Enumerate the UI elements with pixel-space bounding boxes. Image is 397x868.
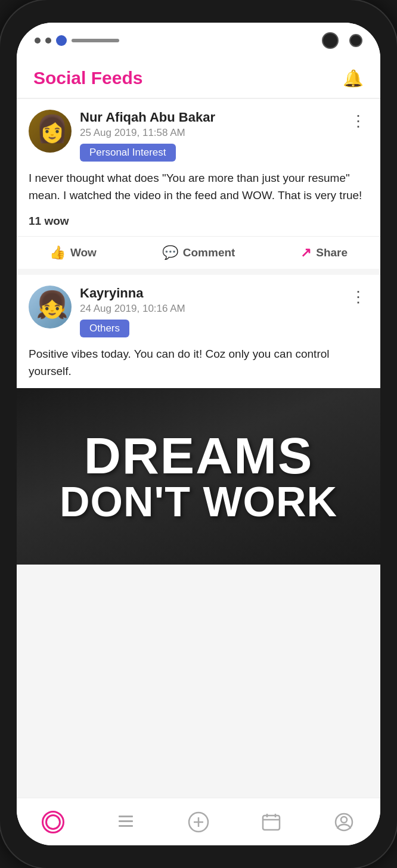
bottom-nav [17,798,380,845]
feed-content[interactable]: Nur Afiqah Abu Bakar 25 Aug 2019, 11:58 … [17,99,380,798]
add-icon [188,811,209,833]
wow-icon: 👍 [49,245,66,261]
phone-frame: Social Feeds 🔔 Nur Afiqah Abu Bakar 25 A… [0,0,397,868]
status-bar [17,23,380,58]
signal-dot-2 [45,38,51,44]
share-button[interactable]: ↗ Share [300,245,348,261]
post-image: DREAMS DON'T WORK [17,388,380,565]
post-info-2: Kayryinna 24 Aug 2019, 10:16 AM Others [80,286,340,337]
app-header: Social Feeds 🔔 [17,58,380,98]
phone-screen: Social Feeds 🔔 Nur Afiqah Abu Bakar 25 A… [17,23,380,845]
post-body-2: Positive vibes today. You can do it! Coz… [17,343,380,388]
share-label: Share [316,246,348,259]
post-date: 25 Aug 2019, 11:58 AM [80,127,340,139]
post-actions: 👍 Wow 💬 Comment ↗ Share [17,236,380,269]
nav-calendar[interactable] [253,804,289,840]
profile-icon [334,812,354,832]
list-icon [116,813,135,832]
post-date-2: 24 Aug 2019, 10:16 AM [80,303,340,315]
post-card: Nur Afiqah Abu Bakar 25 Aug 2019, 11:58 … [17,99,380,269]
signal-dot-blue [56,35,67,46]
post-menu-button[interactable]: ⋮ [348,110,368,133]
post-card-2: Kayryinna 24 Aug 2019, 10:16 AM Others ⋮… [17,275,380,565]
post-header: Nur Afiqah Abu Bakar 25 Aug 2019, 11:58 … [17,99,380,168]
comment-button[interactable]: 💬 Comment [162,245,235,261]
nav-list[interactable] [108,804,144,840]
post-body: I never thought what does "You are more … [17,168,380,212]
post-author-2: Kayryinna [80,286,340,301]
wow-button[interactable]: 👍 Wow [49,245,97,261]
comment-label: Comment [183,246,235,259]
nav-profile[interactable] [326,804,362,840]
svg-rect-2 [119,825,133,827]
share-icon: ↗ [300,245,311,261]
calendar-icon [261,812,281,832]
dreams-image-bg: DREAMS DON'T WORK [17,388,380,565]
post-info: Nur Afiqah Abu Bakar 25 Aug 2019, 11:58 … [80,110,340,162]
app-title: Social Feeds [33,68,142,88]
camera-1 [322,32,339,49]
avatar-2 [29,286,72,328]
post-header-2: Kayryinna 24 Aug 2019, 10:16 AM Others ⋮ [17,275,380,343]
svg-rect-0 [119,816,133,817]
bell-icon[interactable]: 🔔 [343,69,364,88]
post-tag[interactable]: Personal Interest [80,144,176,162]
svg-rect-1 [119,820,133,822]
camera-area [322,32,362,49]
post-menu-button-2[interactable]: ⋮ [348,286,368,309]
svg-point-11 [341,817,347,823]
svg-rect-6 [263,816,280,830]
status-line [72,39,119,42]
signal-dot-1 [35,38,41,44]
camera-2 [349,34,362,47]
post-reactions: 11 wow [17,212,380,236]
dreams-line1: DREAMS [41,430,356,481]
wow-label: Wow [70,246,97,259]
avatar [29,110,72,153]
feed-icon [42,811,64,833]
dreams-line2: DON'T WORK [41,481,356,523]
dreams-text-container: DREAMS DON'T WORK [29,412,368,541]
nav-feed[interactable] [35,804,71,840]
comment-icon: 💬 [162,245,178,261]
nav-add[interactable] [181,804,216,840]
post-author: Nur Afiqah Abu Bakar [80,110,340,125]
status-indicators [35,35,119,46]
post-tag-2[interactable]: Others [80,320,129,337]
